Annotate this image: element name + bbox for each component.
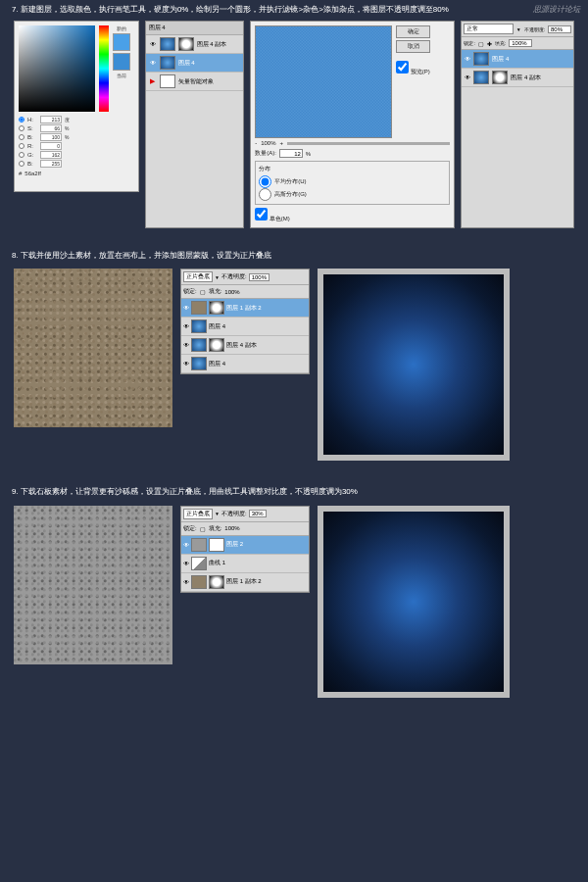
noise-slider[interactable] bbox=[287, 142, 450, 145]
fill-value[interactable]: 100% bbox=[224, 289, 239, 295]
step7-text: 7. 新建图层，选取颜色，执行画笔工具，硬度为0%，绘制另一个圆形，并执行滤镜>… bbox=[0, 0, 588, 19]
eye-icon[interactable]: 👁 bbox=[183, 542, 189, 548]
layer-thumb bbox=[473, 52, 489, 66]
hue-slider[interactable] bbox=[99, 25, 109, 112]
dist-gaussian-radio[interactable]: 高斯分布(G) bbox=[259, 188, 446, 201]
radio-h[interactable] bbox=[19, 117, 24, 122]
opacity-value[interactable]: 80% bbox=[548, 25, 571, 33]
s8-r2: 图层 4 bbox=[209, 322, 225, 331]
mono-checkbox[interactable]: 单色(M) bbox=[255, 208, 290, 223]
blend-mode-select[interactable]: 正片叠底 bbox=[183, 271, 213, 282]
chevron-down-icon: ▼ bbox=[215, 274, 220, 280]
b-value[interactable]: 100 bbox=[40, 133, 62, 141]
layers-a-header: 图层 4 bbox=[146, 22, 244, 35]
lock-icon[interactable]: ▢ bbox=[200, 288, 206, 295]
bl-value[interactable]: 255 bbox=[40, 160, 62, 168]
dist-uniform-radio[interactable]: 平均分布(U) bbox=[259, 175, 446, 188]
step9-row: 正片叠底▼不透明度:30% 锁定:▢填充:100% 👁图层 2 👁曲线 1 👁图… bbox=[0, 506, 588, 698]
eye-icon[interactable]: 👁 bbox=[183, 561, 189, 566]
eye-icon[interactable]: 👁 bbox=[183, 579, 189, 585]
eye-icon[interactable]: 👁 bbox=[465, 56, 470, 62]
h-value[interactable]: 213 bbox=[40, 116, 62, 123]
lock-icon[interactable]: ✚ bbox=[487, 40, 492, 47]
fill-label: 填充: bbox=[209, 524, 222, 533]
lock-label: 锁定: bbox=[464, 40, 474, 46]
lock-label: 锁定: bbox=[183, 287, 197, 296]
layer-mask-thumb bbox=[178, 37, 194, 51]
s9-r3: 图层 1 副本 2 bbox=[226, 577, 262, 586]
hex-label: # bbox=[19, 171, 22, 176]
blend-mode-select[interactable]: 正片叠底 bbox=[183, 509, 213, 519]
eye-icon[interactable]: 👁 bbox=[183, 305, 189, 311]
step8-result-image bbox=[318, 269, 510, 461]
cancel-button[interactable]: 取消 bbox=[396, 40, 430, 53]
eye-icon[interactable]: 👁 bbox=[183, 361, 189, 367]
color-picker-panel: 新的 当前 H:213度 S:66% B:100% R:0 G:162 B:25… bbox=[14, 21, 139, 192]
opacity-label: 不透明度: bbox=[524, 26, 545, 32]
radio-g[interactable] bbox=[19, 152, 24, 158]
color-gradient-field[interactable] bbox=[19, 25, 95, 112]
dirt-texture-image bbox=[14, 269, 172, 427]
layer-mask-thumb bbox=[492, 71, 508, 84]
d1-label: 平均分布(U) bbox=[274, 177, 306, 186]
step9-layers: 正片叠底▼不透明度:30% 锁定:▢填充:100% 👁图层 2 👁曲线 1 👁图… bbox=[180, 506, 310, 593]
s8-r3: 图层 4 副本 bbox=[226, 341, 257, 350]
s-value[interactable]: 66 bbox=[40, 124, 62, 132]
r-label: R: bbox=[27, 143, 37, 149]
g-value[interactable]: 162 bbox=[40, 151, 62, 159]
radio-b[interactable] bbox=[19, 134, 24, 140]
fill-label: 填充: bbox=[209, 287, 222, 296]
layer-mask-thumb bbox=[209, 301, 224, 315]
opacity-label: 不透明度: bbox=[221, 510, 247, 518]
b-label: B: bbox=[27, 134, 37, 140]
stone-texture-image bbox=[14, 506, 172, 664]
eye-icon[interactable]: 👁 bbox=[149, 59, 157, 67]
layer-mask-thumb bbox=[209, 338, 224, 352]
preview-checkbox[interactable]: 预览(P) bbox=[396, 69, 430, 74]
hex-value[interactable]: 56a2ff bbox=[24, 171, 41, 176]
zoom-out-button[interactable]: - bbox=[255, 140, 257, 146]
eye-icon[interactable]: 👁 bbox=[465, 74, 470, 80]
amount-input[interactable] bbox=[279, 149, 303, 158]
blend-mode-select[interactable]: 正常 bbox=[464, 24, 513, 34]
layer-thumb bbox=[191, 319, 207, 333]
layer-thumb bbox=[160, 74, 175, 88]
layerb-r1: 图层 4 bbox=[492, 55, 509, 64]
lock-icon[interactable]: ▢ bbox=[200, 525, 206, 532]
opacity-value[interactable]: 30% bbox=[249, 510, 267, 517]
step8-layers: 正片叠底▼不透明度:100% 锁定:▢填充:100% 👁图层 1 副本 2 👁图… bbox=[180, 269, 310, 374]
dist-title: 分布 bbox=[259, 165, 446, 173]
fill-value[interactable]: 100% bbox=[509, 39, 532, 47]
swatch-current bbox=[113, 53, 130, 71]
amount-unit: % bbox=[306, 151, 311, 157]
ok-button[interactable]: 确定 bbox=[396, 25, 430, 38]
layer-thumb bbox=[160, 37, 175, 51]
s8-r1: 图层 1 副本 2 bbox=[226, 304, 262, 313]
radio-s[interactable] bbox=[19, 125, 24, 131]
eye-icon[interactable]: 👁 bbox=[149, 40, 157, 48]
fill-value[interactable]: 100% bbox=[224, 525, 239, 531]
distribution-group: 分布 平均分布(U) 高斯分布(G) bbox=[255, 161, 450, 205]
radio-bl[interactable] bbox=[19, 161, 24, 167]
s-unit: % bbox=[65, 125, 73, 131]
radio-r[interactable] bbox=[19, 143, 24, 149]
chevron-down-icon: ▼ bbox=[516, 26, 521, 32]
r-value[interactable]: 0 bbox=[40, 142, 62, 150]
step9-result-image bbox=[318, 506, 510, 698]
eye-icon[interactable]: ▶ bbox=[149, 77, 157, 85]
eye-icon[interactable]: 👁 bbox=[183, 342, 189, 348]
step7-layers-a: 图层 4 👁图层 4 副本 👁图层 4 ▶矢量智能对象 bbox=[145, 21, 245, 228]
layer-thumb bbox=[191, 357, 207, 370]
layera-r2: 图层 4 bbox=[178, 59, 195, 68]
opacity-value[interactable]: 100% bbox=[249, 273, 270, 281]
layera-r3: 矢量智能对象 bbox=[178, 77, 214, 86]
zoom-in-button[interactable]: + bbox=[280, 140, 284, 146]
lock-icon[interactable]: ▢ bbox=[478, 40, 484, 47]
h-unit: 度 bbox=[65, 117, 73, 122]
step8-text: 8. 下载并使用沙土素材，放置在画布上，并添加图层蒙版，设置为正片叠底 bbox=[0, 246, 588, 265]
opacity-label: 不透明度: bbox=[221, 272, 247, 281]
h-label: H: bbox=[27, 117, 37, 122]
layer-thumb bbox=[191, 338, 207, 352]
layer-mask-thumb bbox=[209, 538, 224, 552]
eye-icon[interactable]: 👁 bbox=[183, 323, 189, 329]
